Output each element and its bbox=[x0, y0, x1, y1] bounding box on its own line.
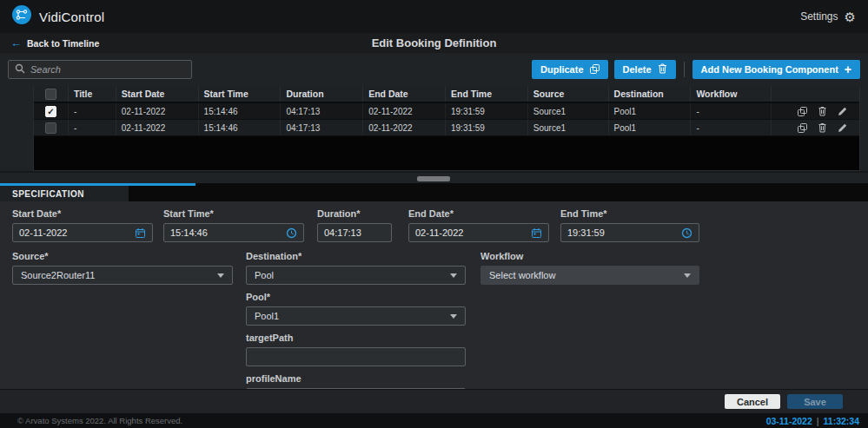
form-action-bar: Cancel Save bbox=[0, 389, 868, 413]
duration-value[interactable] bbox=[324, 227, 385, 238]
end-date-value[interactable] bbox=[415, 227, 527, 238]
duration-label: Duration* bbox=[317, 208, 392, 219]
row-edit-pencil-icon[interactable] bbox=[838, 123, 847, 133]
search-box[interactable] bbox=[8, 60, 192, 79]
cell-start-date: 02-11-2022 bbox=[116, 120, 199, 135]
row-copy-icon[interactable] bbox=[798, 107, 807, 116]
column-header-destination[interactable]: Destination bbox=[609, 86, 692, 102]
duplicate-button[interactable]: Duplicate bbox=[532, 60, 608, 79]
start-time-value[interactable] bbox=[170, 227, 282, 238]
clock-icon[interactable] bbox=[286, 227, 297, 239]
add-new-booking-component-button[interactable]: Add New Booking Component + bbox=[692, 60, 860, 79]
profile-name-input[interactable] bbox=[246, 388, 466, 389]
row-trash-icon[interactable] bbox=[818, 107, 826, 116]
trash-icon bbox=[658, 63, 667, 76]
cell-title: - bbox=[69, 120, 116, 135]
column-header-title[interactable]: Title bbox=[69, 86, 116, 102]
end-time-input[interactable] bbox=[560, 223, 699, 242]
table-empty-area bbox=[34, 136, 859, 170]
cell-start-time: 15:14:46 bbox=[199, 103, 282, 119]
footer-datetime: 03-11-2022 | 11:32:34 bbox=[766, 416, 859, 426]
column-header-source[interactable]: Source bbox=[528, 86, 609, 102]
table-row[interactable]: - 02-11-2022 15:14:46 04:17:13 02-11-202… bbox=[34, 120, 859, 136]
column-header-duration[interactable]: Duration bbox=[281, 86, 363, 102]
end-time-label: End Time* bbox=[560, 208, 699, 219]
workflow-label: Workflow bbox=[480, 251, 699, 261]
calendar-icon[interactable] bbox=[135, 227, 146, 239]
caret-down-icon bbox=[450, 314, 457, 319]
save-button[interactable]: Save bbox=[787, 394, 843, 409]
start-date-input[interactable] bbox=[12, 223, 153, 242]
destination-dropdown-value: Pool bbox=[255, 270, 274, 280]
footer: © Arvato Systems 2022. All Rights Reserv… bbox=[0, 413, 868, 428]
copy-icon bbox=[590, 64, 600, 76]
column-header-end-date[interactable]: End Date bbox=[363, 86, 446, 102]
delete-button-label: Delete bbox=[623, 64, 652, 75]
column-header-end-time[interactable]: End Time bbox=[446, 86, 528, 102]
end-time-value[interactable] bbox=[567, 227, 677, 238]
clock-icon[interactable] bbox=[681, 227, 692, 239]
profile-name-label: profileName bbox=[246, 373, 466, 384]
booking-components-table: Title Start Date Start Time Duration End… bbox=[33, 86, 860, 171]
cell-start-date: 02-11-2022 bbox=[116, 103, 199, 119]
row-checkbox[interactable] bbox=[45, 122, 56, 134]
tab-specification[interactable]: SPECIFICATION bbox=[0, 183, 129, 201]
target-path-field: targetPath bbox=[246, 333, 466, 366]
cell-title: - bbox=[69, 103, 116, 119]
search-icon bbox=[15, 62, 25, 77]
tab-accent-line bbox=[129, 183, 195, 186]
cell-actions bbox=[772, 120, 859, 135]
add-button-label: Add New Booking Component bbox=[701, 64, 838, 75]
row-copy-icon[interactable] bbox=[798, 123, 807, 133]
start-time-input[interactable] bbox=[163, 223, 304, 242]
cell-workflow: - bbox=[691, 120, 772, 135]
column-header-actions bbox=[772, 86, 859, 102]
cell-end-time: 19:31:59 bbox=[446, 120, 528, 135]
delete-button[interactable]: Delete bbox=[614, 60, 676, 79]
target-path-input[interactable] bbox=[246, 347, 466, 366]
settings-button[interactable]: Settings ⚙ bbox=[800, 10, 856, 23]
table-header-row: Title Start Date Start Time Duration End… bbox=[34, 86, 859, 103]
cell-end-date: 02-11-2022 bbox=[363, 103, 446, 119]
start-time-field: Start Time* bbox=[163, 208, 304, 242]
cell-duration: 04:17:13 bbox=[281, 120, 363, 135]
top-bar: VidiControl Settings ⚙ bbox=[0, 0, 868, 33]
duplicate-button-label: Duplicate bbox=[540, 64, 584, 75]
select-all-checkbox[interactable] bbox=[45, 89, 56, 100]
source-dropdown[interactable]: Source2Router11 bbox=[12, 266, 233, 285]
vidicontrol-logo-icon bbox=[12, 5, 31, 28]
caret-down-icon bbox=[450, 273, 457, 278]
splitter-drag-handle[interactable] bbox=[417, 176, 450, 181]
cancel-button[interactable]: Cancel bbox=[725, 394, 780, 409]
pool-dropdown-value: Pool1 bbox=[255, 311, 279, 321]
page-title: Edit Booking Definition bbox=[0, 36, 868, 49]
pool-dropdown[interactable]: Pool1 bbox=[246, 306, 466, 326]
footer-datetime-separator: | bbox=[817, 416, 819, 426]
cell-end-time: 19:31:59 bbox=[446, 103, 528, 119]
column-header-start-date[interactable]: Start Date bbox=[116, 86, 199, 102]
end-date-input[interactable] bbox=[408, 223, 549, 242]
search-input[interactable] bbox=[30, 64, 185, 75]
row-checkbox[interactable] bbox=[45, 106, 56, 117]
column-header-start-time[interactable]: Start Time bbox=[199, 86, 282, 102]
start-date-value[interactable] bbox=[19, 227, 130, 238]
source-label: Source* bbox=[12, 251, 233, 261]
target-path-value[interactable] bbox=[253, 352, 459, 362]
workflow-dropdown[interactable]: Select workflow bbox=[480, 266, 699, 285]
duration-input[interactable] bbox=[317, 223, 392, 242]
copyright-text: © Arvato Systems 2022. All Rights Reserv… bbox=[17, 416, 182, 425]
nav-bar: Edit Booking Definition ← Back to Timeli… bbox=[0, 33, 868, 53]
tab-bar: SPECIFICATION bbox=[0, 183, 868, 201]
cell-source: Source1 bbox=[528, 120, 609, 135]
specification-form: Start Date* Start Time* Duration* End Da… bbox=[0, 201, 868, 389]
column-header-workflow[interactable]: Workflow bbox=[691, 86, 772, 102]
row-trash-icon[interactable] bbox=[818, 123, 826, 133]
header-checkbox-cell bbox=[34, 86, 69, 102]
toolbar-divider bbox=[684, 62, 685, 77]
table-row[interactable]: - 02-11-2022 15:14:46 04:17:13 02-11-202… bbox=[34, 103, 859, 120]
calendar-icon[interactable] bbox=[531, 227, 542, 239]
destination-dropdown[interactable]: Pool bbox=[246, 266, 466, 285]
row-edit-pencil-icon[interactable] bbox=[838, 107, 847, 116]
destination-label: Destination* bbox=[246, 251, 466, 261]
caret-down-icon bbox=[684, 273, 691, 278]
